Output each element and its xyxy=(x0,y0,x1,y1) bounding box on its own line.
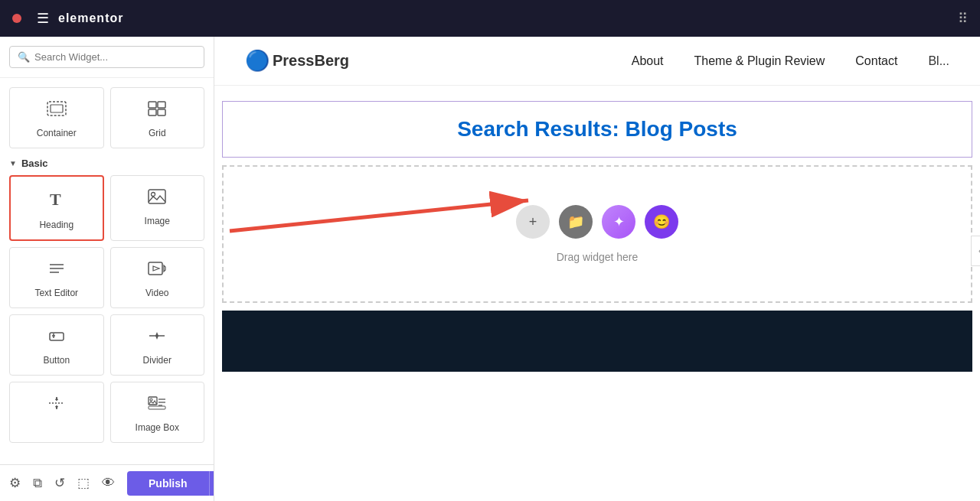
text-editor-icon xyxy=(47,260,67,281)
section-arrow-icon: ▼ xyxy=(9,159,17,168)
widget-card-grid[interactable]: Grid xyxy=(110,87,205,148)
publish-chevron-button[interactable]: ▲ xyxy=(209,471,214,496)
top-bar: ☰ elementor ⠿ xyxy=(0,0,980,37)
container-icon xyxy=(46,100,67,122)
site-nav: About Theme & Plugin Review Contact Bl..… xyxy=(632,54,949,68)
divider-icon xyxy=(147,327,167,349)
svg-rect-31 xyxy=(149,406,165,409)
svg-marker-24 xyxy=(55,397,58,400)
site-logo: 🔵 PressBerg xyxy=(245,49,349,73)
svg-marker-13 xyxy=(164,265,165,272)
heading-label: Heading xyxy=(39,220,74,230)
svg-rect-4 xyxy=(149,109,156,115)
svg-rect-2 xyxy=(149,102,156,108)
svg-marker-20 xyxy=(155,336,158,340)
video-icon xyxy=(147,260,167,281)
search-area: 🔍 xyxy=(0,37,214,78)
content-area: 🔵 PressBerg About Theme & Plugin Review … xyxy=(214,37,980,501)
svg-point-8 xyxy=(152,193,155,197)
basic-section-label: Basic xyxy=(21,158,48,169)
svg-marker-19 xyxy=(155,332,158,336)
basic-section-header[interactable]: ▼ Basic xyxy=(9,158,204,169)
template-button[interactable]: 😊 xyxy=(645,205,678,239)
page-heading: Search Results: Blog Posts xyxy=(246,117,949,142)
image-icon xyxy=(147,188,167,210)
svg-rect-5 xyxy=(158,109,165,115)
widget-card-text-editor[interactable]: Text Editor xyxy=(9,247,104,308)
nav-contact[interactable]: Contact xyxy=(855,54,897,68)
button-label: Button xyxy=(43,355,70,366)
drop-zone[interactable]: + 📁 ✦ 😊 Drag widget here xyxy=(222,165,972,303)
text-editor-label: Text Editor xyxy=(34,288,78,298)
website-preview: 🔵 PressBerg About Theme & Plugin Review … xyxy=(214,37,980,501)
page-content: Search Results: Blog Posts + 📁 xyxy=(214,86,980,501)
grid-icon[interactable]: ⠿ xyxy=(958,10,968,27)
traffic-light-red[interactable] xyxy=(12,14,21,23)
svg-marker-25 xyxy=(55,406,58,409)
nav-more[interactable]: Bl... xyxy=(928,54,949,68)
widget-card-image-box[interactable]: Image Box xyxy=(110,382,205,443)
dark-footer xyxy=(222,311,972,372)
svg-text:T: T xyxy=(50,190,61,209)
publish-button[interactable]: Publish xyxy=(127,471,209,496)
site-header: 🔵 PressBerg About Theme & Plugin Review … xyxy=(214,37,980,86)
widget-card-button[interactable]: Button xyxy=(9,314,104,376)
svg-point-27 xyxy=(150,399,152,401)
top-widget-grid: Container Grid xyxy=(9,87,204,148)
ai-button[interactable]: ✦ xyxy=(602,205,635,239)
button-icon xyxy=(47,327,67,349)
drop-zone-buttons: + 📁 ✦ 😊 xyxy=(516,205,678,239)
image-box-icon xyxy=(147,395,167,416)
svg-rect-7 xyxy=(149,190,165,203)
divider-label: Divider xyxy=(143,355,172,366)
widgets-area: Container Grid ▼ xyxy=(0,78,214,464)
add-widget-button[interactable]: + xyxy=(516,205,550,239)
widget-card-spacer[interactable] xyxy=(9,382,104,443)
hamburger-icon[interactable]: ☰ xyxy=(37,10,49,27)
folder-button[interactable]: 📁 xyxy=(559,205,593,239)
svg-rect-15 xyxy=(50,333,64,340)
settings-icon[interactable]: ⚙ xyxy=(9,475,21,491)
history-icon[interactable]: ↺ xyxy=(54,475,65,491)
search-icon: 🔍 xyxy=(18,51,30,63)
heading-section: Search Results: Blog Posts xyxy=(222,101,972,158)
logo-text: PressBerg xyxy=(273,52,349,70)
layers-icon[interactable]: ⧉ xyxy=(33,476,42,491)
preview-icon[interactable]: 👁 xyxy=(102,476,115,491)
svg-marker-14 xyxy=(153,266,159,271)
svg-rect-1 xyxy=(51,105,63,112)
logo-icon: 🔵 xyxy=(245,49,270,73)
nav-about[interactable]: About xyxy=(632,54,664,68)
grid-label: Grid xyxy=(149,128,166,138)
publish-group: Publish ▲ xyxy=(127,471,214,496)
widget-card-heading[interactable]: T Heading xyxy=(9,175,104,241)
image-label: Image xyxy=(145,216,170,226)
container-label: Container xyxy=(37,128,77,138)
basic-widget-grid: T Heading Image xyxy=(9,175,204,443)
image-box-label: Image Box xyxy=(136,422,179,433)
bottom-bar: ⚙ ⧉ ↺ ⬚ 👁 Publish ▲ xyxy=(0,464,214,501)
responsive-icon[interactable]: ⬚ xyxy=(77,475,90,491)
widget-card-divider[interactable]: Divider xyxy=(110,314,205,376)
widget-card-image[interactable]: Image xyxy=(110,175,205,241)
search-input[interactable] xyxy=(34,51,196,63)
heading-icon: T xyxy=(47,189,67,213)
nav-theme-plugin[interactable]: Theme & Plugin Review xyxy=(694,54,825,68)
spacer-icon xyxy=(47,395,67,416)
elementor-logo: elementor xyxy=(58,11,123,25)
sidebar: 🔍 Container xyxy=(0,37,214,501)
grid-icon-widget xyxy=(147,100,167,122)
widget-card-video[interactable]: Video xyxy=(110,247,205,308)
search-input-wrap[interactable]: 🔍 xyxy=(9,46,204,68)
drop-text: Drag widget here xyxy=(557,251,639,263)
video-label: Video xyxy=(145,288,168,298)
main-layout: 🔍 Container xyxy=(0,37,980,501)
svg-rect-3 xyxy=(158,102,165,108)
widget-card-container[interactable]: Container xyxy=(9,87,104,148)
